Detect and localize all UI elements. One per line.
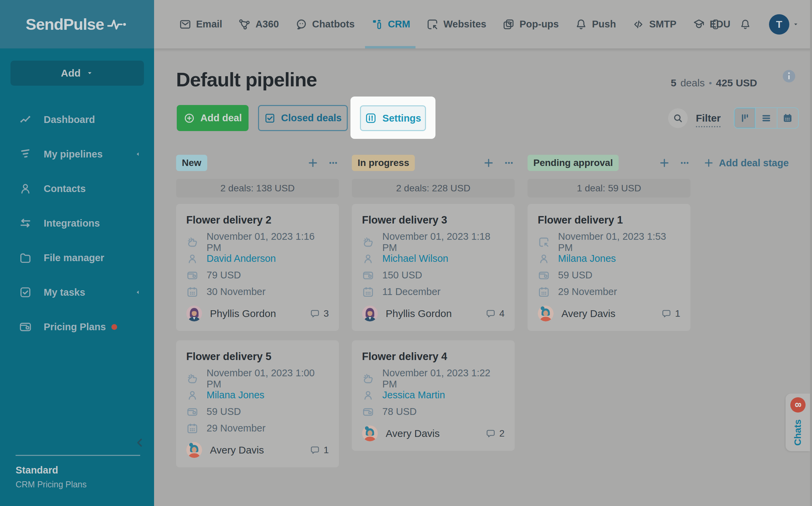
push-icon: [575, 18, 587, 31]
nav-item-push[interactable]: Push: [575, 0, 616, 48]
comments-button[interactable]: 3: [310, 308, 329, 319]
nav-item-websites[interactable]: Websites: [426, 0, 486, 48]
sidebar-item-my-pipelines[interactable]: My pipelines: [0, 137, 154, 171]
sidebar-item-label: File manager: [44, 252, 104, 263]
stage-header: In progress: [352, 155, 515, 171]
contact-link[interactable]: David Anderson: [207, 253, 276, 264]
deal-card[interactable]: Flower delivery 1 November 01, 2023 1:53…: [528, 204, 690, 331]
deal-due-date: 30 November: [207, 286, 265, 297]
logo[interactable]: SendPulse: [0, 0, 154, 48]
pulse-icon: [107, 18, 128, 31]
add-card-button[interactable]: [307, 157, 319, 169]
caret-down-icon: [86, 69, 93, 77]
sidebar-item-my-tasks[interactable]: My tasks: [0, 275, 154, 310]
contact-link[interactable]: Michael Wilson: [382, 253, 448, 264]
file-manager-icon: [19, 251, 32, 265]
comment-icon: [310, 309, 320, 319]
deal-due-date: 29 November: [207, 423, 265, 434]
add-button-label: Add: [61, 67, 81, 79]
deal-card[interactable]: Flower delivery 2 November 01, 2023 1:16…: [176, 204, 339, 331]
search-button[interactable]: [668, 108, 688, 128]
stage-pill[interactable]: In progress: [352, 155, 415, 171]
caret-left-icon: [134, 151, 141, 157]
plus-icon: [483, 157, 494, 169]
add-deal-button[interactable]: Add deal: [177, 105, 249, 131]
comments-button[interactable]: 2: [486, 428, 505, 439]
comments-button[interactable]: 4: [486, 308, 505, 319]
comment-count: 1: [323, 445, 329, 456]
user-avatar[interactable]: T: [769, 14, 789, 35]
contact-link[interactable]: Milana Jones: [207, 389, 264, 401]
deal-title: Flower delivery 2: [186, 214, 329, 226]
deal-card[interactable]: Flower delivery 5 November 01, 2023 1:00…: [176, 340, 339, 467]
mobile-app-icon: [709, 18, 722, 30]
calendar-icon: [186, 422, 198, 435]
account-menu[interactable]: T: [769, 14, 799, 35]
page-title: Default pipeline: [176, 68, 317, 91]
owner-name: Avery Davis: [561, 308, 616, 319]
nav-item-crm[interactable]: CRM: [370, 0, 410, 48]
stage-menu-button[interactable]: [679, 157, 690, 169]
stage-column-pending-approval: Pending approval 1 deal: 59 USD Flower d…: [528, 155, 690, 331]
plus-icon: [703, 157, 714, 168]
deal-card[interactable]: Flower delivery 4 November 01, 2023 1:22…: [352, 340, 515, 451]
nav-item-smtp[interactable]: SMTP: [632, 0, 677, 48]
sidebar-item-integrations[interactable]: Integrations: [0, 206, 154, 240]
stage-pill[interactable]: New: [176, 155, 207, 171]
collapse-sidebar-button[interactable]: [134, 434, 151, 451]
plus-icon: [659, 157, 670, 169]
comment-count: 1: [675, 308, 680, 319]
nav-item-popups[interactable]: Pop-ups: [502, 0, 559, 48]
calendar-view-button[interactable]: [777, 108, 798, 128]
chats-tab[interactable]: 8 Chats: [786, 394, 810, 451]
kanban-view-button[interactable]: [734, 108, 756, 128]
top-nav: Email A360 Chatbots CRM Websites Pop-ups…: [179, 0, 730, 48]
comment-count: 3: [323, 308, 329, 319]
sidebar-menu: Dashboard My pipelines Contacts Integrat…: [0, 102, 154, 344]
account-caret-icon: [792, 21, 799, 28]
stage-header: New: [176, 155, 339, 171]
stage-pill[interactable]: Pending approval: [528, 155, 619, 171]
scrollbar-track[interactable]: [810, 0, 812, 506]
owner-name: Avery Davis: [210, 444, 264, 456]
nav-item-chatbots[interactable]: Chatbots: [295, 0, 355, 48]
stage-menu-button[interactable]: [503, 157, 515, 169]
add-button[interactable]: Add: [10, 61, 144, 86]
contact-link[interactable]: Jessica Martin: [382, 389, 445, 401]
add-card-button[interactable]: [659, 157, 670, 169]
plan-description[interactable]: CRM Pricing Plans: [16, 480, 87, 489]
mobile-app-button[interactable]: [709, 18, 722, 30]
a360-icon: [238, 18, 251, 31]
check-square-icon: [264, 112, 276, 124]
deal-card[interactable]: Flower delivery 3 November 01, 2023 1:18…: [352, 204, 515, 331]
sidebar-item-dashboard[interactable]: Dashboard: [0, 102, 154, 137]
smtp-icon: [632, 18, 645, 31]
deal-title: Flower delivery 4: [362, 351, 505, 363]
created-hand-icon: [186, 236, 198, 248]
deal-title: Flower delivery 1: [538, 214, 680, 226]
settings-button[interactable]: Settings: [360, 105, 426, 131]
add-deal-stage-button[interactable]: Add deal stage: [703, 155, 789, 171]
deal-created: November 01, 2023 1:53 PM: [558, 231, 680, 253]
contact-link[interactable]: Milana Jones: [558, 253, 616, 264]
filter-link[interactable]: Filter: [696, 112, 721, 127]
deal-amount: 59 USD: [558, 270, 593, 281]
sidebar-item-contacts[interactable]: Contacts: [0, 171, 154, 206]
stage-menu-button[interactable]: [327, 157, 339, 169]
nav-item-email[interactable]: Email: [179, 0, 222, 48]
notifications-button[interactable]: [739, 18, 751, 30]
person-icon: [362, 253, 374, 265]
nav-item-a360[interactable]: A360: [238, 0, 279, 48]
list-view-icon: [761, 112, 772, 124]
sidebar-item-file-manager[interactable]: File manager: [0, 240, 154, 275]
sidebar-item-label: Pricing Plans: [44, 321, 106, 333]
comments-button[interactable]: 1: [661, 308, 680, 319]
sidebar-item-pricing-plans[interactable]: Pricing Plans: [0, 310, 154, 344]
list-view-button[interactable]: [756, 108, 777, 128]
dashboard-icon: [19, 113, 32, 126]
info-button[interactable]: [781, 68, 797, 84]
wallet-icon: [362, 269, 374, 281]
comments-button[interactable]: 1: [310, 445, 329, 456]
add-card-button[interactable]: [483, 157, 494, 169]
closed-deals-button[interactable]: Closed deals: [258, 105, 348, 131]
